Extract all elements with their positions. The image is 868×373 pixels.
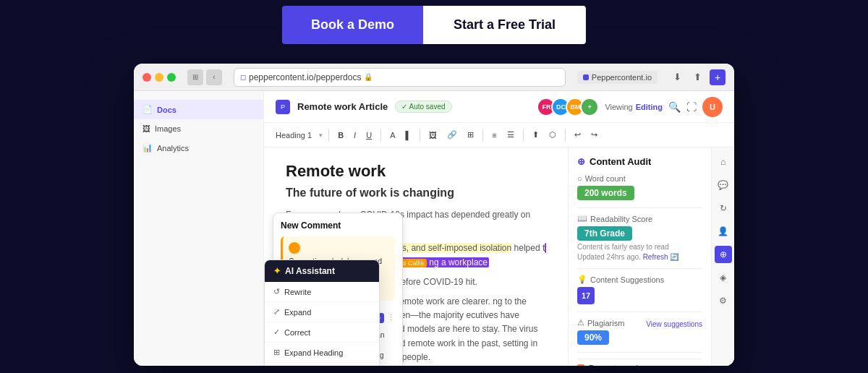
new-comment-title: New Comment xyxy=(281,220,395,231)
para-2-end: ng a workplace xyxy=(429,257,488,267)
rp-icon-plugin[interactable]: ◈ xyxy=(715,269,732,286)
minimize-traffic-light[interactable] xyxy=(155,73,163,82)
bold-button[interactable]: B xyxy=(335,129,346,141)
underline-button[interactable]: U xyxy=(363,129,375,141)
panel-title-text: Content Audit xyxy=(590,156,651,167)
heading-dropdown-icon[interactable]: ▾ xyxy=(319,132,323,139)
ai-item-expand-heading-label: Expand Heading xyxy=(284,348,343,357)
toolbar-separator-1 xyxy=(328,129,329,142)
redo-button[interactable]: ↪ xyxy=(588,129,600,141)
readability-label-text: Readability Score xyxy=(590,215,652,223)
share-icon[interactable]: ⬆ xyxy=(689,69,705,85)
divider-1 xyxy=(577,207,702,208)
nav-item-images[interactable]: 🖼 Images xyxy=(134,119,263,138)
font-color-button[interactable]: A xyxy=(387,129,398,141)
italic-button[interactable]: I xyxy=(351,129,359,141)
new-tab-button[interactable]: + xyxy=(710,69,726,85)
download-icon[interactable]: ⬇ xyxy=(669,69,685,85)
comment-more-icon[interactable]: ⋮ xyxy=(387,313,395,322)
viewing-label[interactable]: Viewing xyxy=(605,103,632,111)
right-panel-main: ⊕ Content Audit ○ Word count 200 words xyxy=(569,147,711,366)
editing-label[interactable]: Editing xyxy=(636,103,663,111)
book-demo-button[interactable]: Book a Demo xyxy=(282,6,423,44)
traffic-lights xyxy=(142,73,176,82)
doc-header-right: FR DC BM + Viewing Editing 🔍 ⛶ U xyxy=(537,97,723,117)
book-icon: 📖 xyxy=(577,214,587,223)
ai-dropdown: ✦ AI Assistant ↺ Rewrite ⤢ Expand xyxy=(264,260,380,366)
peppertype-label: Peppertype.ai xyxy=(577,364,638,366)
undo-button[interactable]: ↩ xyxy=(571,129,584,141)
docs-icon: 📄 xyxy=(142,105,153,114)
plagiarism-label-text: Plagiarism xyxy=(587,319,624,327)
rewrite-icon: ↺ xyxy=(273,287,280,296)
peppertype-row[interactable]: Peppertype.ai › xyxy=(577,359,702,366)
right-panel-icons: ⌂ 💬 ↻ 👤 ⊕ ◈ ⚙ xyxy=(711,147,734,366)
left-nav: 📄 Docs 🖼 Images 📊 Analytics xyxy=(134,91,264,366)
warning-icon: ⚠ xyxy=(577,318,584,327)
plagiarism-label: ⚠ Plagiarism xyxy=(577,318,624,327)
doc-heading-1: Remote work xyxy=(286,162,546,181)
close-traffic-light[interactable] xyxy=(142,73,151,82)
rp-icon-user[interactable]: 👤 xyxy=(715,223,732,240)
expand-icon: ⤢ xyxy=(273,307,280,317)
tab-label: Peppercontent.io xyxy=(592,73,652,82)
readability-updated-text: Updated 24hrs ago. xyxy=(577,253,641,261)
ai-item-correct-label: Correct xyxy=(284,328,310,337)
ai-item-rewrite-label: Rewrite xyxy=(284,288,311,296)
rp-icon-home[interactable]: ⌂ xyxy=(715,153,732,171)
ai-item-answer[interactable]: ? Answer this xyxy=(265,363,379,366)
ai-item-expand-heading[interactable]: ⊞ Expand Heading xyxy=(265,343,379,363)
ai-item-expand[interactable]: ⤢ Expand xyxy=(265,302,379,322)
toolbar-separator-5 xyxy=(523,129,524,142)
start-trial-button[interactable]: Start a Free Trial xyxy=(423,6,586,44)
comment-user-dot xyxy=(289,242,300,254)
divider-4 xyxy=(577,352,702,353)
link-button[interactable]: 🔗 xyxy=(444,129,460,141)
ai-item-expand-label: Expand xyxy=(284,308,311,317)
toolbar: Heading 1 ▾ B I U A ▌ 🖼 🔗 ⊞ ≡ ☰ xyxy=(264,123,734,147)
peppertype-dot xyxy=(577,364,584,366)
rp-icon-refresh[interactable]: ↻ xyxy=(715,200,732,217)
peppertype-label-text: Peppertype.ai xyxy=(589,364,638,366)
refresh-link[interactable]: Refresh xyxy=(643,253,668,261)
list-button[interactable]: ☰ xyxy=(504,129,517,141)
checkmark-icon: ✓ xyxy=(401,103,409,111)
doc-title[interactable]: Remote work Article xyxy=(297,101,388,112)
doc-logo-text: P xyxy=(281,103,285,111)
expand-heading-icon: ⊞ xyxy=(273,348,280,357)
readability-badge: 7th Grade xyxy=(577,226,632,241)
doc-header: P Remote work Article ✓ Auto saved FR DC… xyxy=(264,91,734,123)
ai-dropdown-title: AI Assistant xyxy=(285,266,335,276)
view-edit-toggle: Viewing Editing xyxy=(605,103,663,111)
word-count-badge: 200 words xyxy=(577,186,634,200)
ai-item-rewrite[interactable]: ↺ Rewrite xyxy=(265,282,379,302)
user-avatar[interactable]: U xyxy=(702,97,723,117)
ai-item-correct[interactable]: ✓ Correct xyxy=(265,322,379,343)
browser-tab[interactable]: Peppercontent.io xyxy=(577,71,658,84)
rp-icon-settings[interactable]: ⚙ xyxy=(715,292,732,309)
sidebar-toggle-icon[interactable]: ⊞ xyxy=(187,69,203,85)
view-suggestions-link[interactable]: View suggestions xyxy=(646,320,702,328)
rp-icon-chat[interactable]: 💬 xyxy=(715,176,732,194)
back-icon[interactable]: ‹ xyxy=(206,69,222,85)
panel-title: ⊕ Content Audit xyxy=(577,156,702,167)
heading-select[interactable]: Heading 1 xyxy=(273,129,315,141)
main-area: P Remote work Article ✓ Auto saved FR DC… xyxy=(264,91,734,366)
image-button[interactable]: 🖼 xyxy=(426,129,440,141)
maximize-traffic-light[interactable] xyxy=(167,73,176,82)
upload-button[interactable]: ⬆ xyxy=(529,129,542,141)
share-toolbar-button[interactable]: ⬡ xyxy=(546,129,559,141)
editor-area[interactable]: Remote work The future of work is changi… xyxy=(264,147,568,366)
rp-icon-audit[interactable]: ⊕ xyxy=(715,246,732,263)
fullscreen-icon[interactable]: ⛶ xyxy=(686,101,697,113)
nav-item-analytics[interactable]: 📊 Analytics xyxy=(134,138,263,158)
browser-actions: ⬇ ⬆ + xyxy=(669,69,726,85)
search-icon[interactable]: 🔍 xyxy=(668,101,681,113)
nav-item-docs[interactable]: 📄 Docs xyxy=(134,100,263,119)
table-button[interactable]: ⊞ xyxy=(464,129,477,141)
highlight-button[interactable]: ▌ xyxy=(402,129,414,141)
align-button[interactable]: ≡ xyxy=(489,129,499,141)
readability-label: 📖 Readability Score xyxy=(577,214,702,223)
address-bar[interactable]: ◻ peppercontent.io/pepperdocs 🔒 xyxy=(234,68,566,87)
correct-icon: ✓ xyxy=(273,327,280,337)
